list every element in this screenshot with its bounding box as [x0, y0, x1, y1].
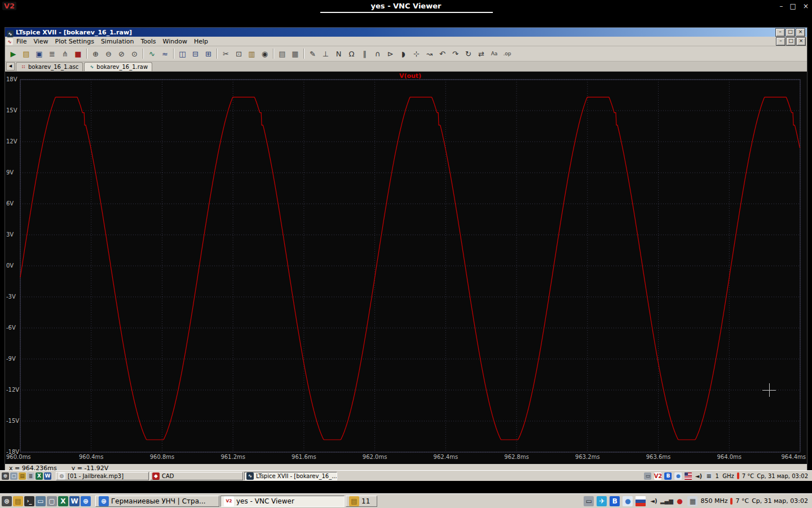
- print-preview-icon[interactable]: ▤: [276, 47, 289, 60]
- keyboard-layout-flag-ru[interactable]: [636, 496, 646, 506]
- control-panel-icon[interactable]: ⋔: [59, 47, 72, 60]
- browser-globe-icon[interactable]: ⊕: [81, 496, 91, 506]
- menu-simulation[interactable]: Simulation: [98, 38, 138, 45]
- host-close-button[interactable]: ×: [803, 2, 809, 10]
- y-tick-label: -12V: [6, 387, 19, 393]
- toolbar-separator: [217, 49, 218, 59]
- excel-icon[interactable]: X: [36, 472, 43, 480]
- net-label-icon[interactable]: N: [332, 47, 345, 60]
- folder-icon[interactable]: ▤: [13, 496, 23, 506]
- open-icon[interactable]: ▤: [20, 47, 33, 60]
- keyboard-layout-flag-us[interactable]: [685, 472, 692, 480]
- inductor-icon[interactable]: ∩: [371, 47, 384, 60]
- menu-help[interactable]: Help: [191, 38, 211, 45]
- task-audio-player[interactable]: ◍[01 - Jailbreak.mp3]: [56, 472, 149, 480]
- tab-bokarev_16_1.asc[interactable]: ∷bokarev_16_1.asc: [16, 62, 83, 71]
- task-folder-11[interactable]: ▤11: [346, 496, 377, 507]
- ltspice-titlebar[interactable]: ∿ LTspice XVII - [bokarev_16_1.raw] –□×: [5, 28, 807, 37]
- resistor-icon[interactable]: Ω: [345, 47, 358, 60]
- mdi-minimize-button[interactable]: –: [776, 37, 785, 46]
- menu-view[interactable]: View: [30, 38, 51, 45]
- zoom-in-icon[interactable]: ⊕: [89, 47, 102, 60]
- diode-icon[interactable]: ⊳: [384, 47, 397, 60]
- show-desktop-icon[interactable]: ▢: [10, 472, 17, 480]
- start-icon[interactable]: ⊛: [2, 472, 9, 480]
- spice-directive-icon[interactable]: .op: [501, 47, 514, 60]
- find-icon[interactable]: ◉: [258, 47, 271, 60]
- undo-icon[interactable]: ↶: [436, 47, 449, 60]
- vnc-tray-icon[interactable]: V2: [654, 472, 661, 480]
- host-maximize-button[interactable]: □: [790, 2, 796, 10]
- menu-window[interactable]: Window: [160, 38, 191, 45]
- rotate-icon[interactable]: ↻: [462, 47, 475, 60]
- tile-vertical-icon[interactable]: ◫: [176, 47, 189, 60]
- capacitor-icon[interactable]: ∥: [358, 47, 371, 60]
- tab-bokarev_16_1.raw[interactable]: ∿bokarev_16_1.raw: [84, 62, 152, 71]
- zoom-out-icon[interactable]: ⊖: [102, 47, 115, 60]
- wire-icon[interactable]: ✎: [306, 47, 319, 60]
- mdi-close-button[interactable]: ×: [796, 37, 806, 46]
- lt-close-button[interactable]: ×: [796, 28, 805, 37]
- cascade-icon[interactable]: ⊞: [202, 47, 215, 60]
- menu-plot-settings[interactable]: Plot Settings: [52, 38, 98, 45]
- fft-icon[interactable]: ≈: [158, 47, 171, 60]
- monitor-icon[interactable]: ▢: [47, 496, 57, 506]
- print-icon[interactable]: ▦: [289, 47, 302, 60]
- copy-icon[interactable]: ⊡: [232, 47, 245, 60]
- remote-desktop[interactable]: ∿ LTspice XVII - [bokarev_16_1.raw] –□× …: [0, 14, 812, 481]
- notify-dot-icon[interactable]: ●: [674, 496, 685, 506]
- drag-icon[interactable]: ↝: [423, 47, 436, 60]
- zoom-previous-icon[interactable]: ⊘: [115, 47, 128, 60]
- netlist-icon[interactable]: ≣: [46, 47, 59, 60]
- water-drop-icon[interactable]: ●: [674, 472, 682, 480]
- zoom-fit-icon[interactable]: ⊙: [128, 47, 141, 60]
- excel-icon[interactable]: X: [58, 496, 68, 506]
- network-icon[interactable]: ▭: [644, 472, 651, 480]
- plot-settings-icon[interactable]: ∿: [145, 47, 158, 60]
- word-icon[interactable]: W: [44, 472, 51, 480]
- volume-icon[interactable]: ◄): [695, 472, 702, 480]
- water-drop-icon[interactable]: ●: [623, 496, 633, 506]
- task-browser[interactable]: ⊕Германиевые УНЧ | Стра...: [95, 496, 219, 507]
- move-icon[interactable]: ⊹: [410, 47, 423, 60]
- task-vnc-viewer[interactable]: V2yes - VNC Viewer: [220, 496, 345, 507]
- mirror-icon[interactable]: ⇄: [475, 47, 488, 60]
- task-cad[interactable]: ◆CAD: [150, 472, 243, 480]
- telegram-icon[interactable]: ✈: [597, 496, 607, 506]
- lt-maximize-button[interactable]: □: [785, 28, 795, 37]
- chip-icon[interactable]: ▦: [705, 472, 712, 480]
- tile-horizontal-icon[interactable]: ⊟: [189, 47, 202, 60]
- paste-icon[interactable]: ▥: [245, 47, 258, 60]
- trace-legend-label: V(out): [399, 72, 421, 80]
- display-icon[interactable]: ▭: [584, 496, 594, 506]
- tab-scroll-left-icon[interactable]: ◀: [6, 62, 15, 71]
- halt-icon[interactable]: ■: [72, 47, 85, 60]
- text-icon[interactable]: Aa: [488, 47, 501, 60]
- terminal-icon[interactable]: ›_: [24, 496, 34, 506]
- plot-canvas[interactable]: 960.0ms960.4ms960.8ms961.2ms961.6ms962.0…: [5, 72, 807, 464]
- menu-file[interactable]: File: [13, 38, 30, 45]
- bluetooth-icon[interactable]: B: [610, 496, 620, 506]
- files-icon[interactable]: ▤: [19, 472, 26, 480]
- component-icon[interactable]: ◗: [397, 47, 410, 60]
- media-player-icon[interactable]: ▭: [36, 496, 46, 506]
- volume-icon[interactable]: ◄): [648, 496, 659, 506]
- cut-icon[interactable]: ✂: [219, 47, 232, 60]
- waveform-plot[interactable]: 960.0ms960.4ms960.8ms961.2ms961.6ms962.0…: [5, 72, 807, 464]
- lt-minimize-button[interactable]: –: [775, 28, 785, 37]
- run-icon[interactable]: ▶: [7, 47, 20, 60]
- chip-icon[interactable]: ▦: [687, 496, 698, 506]
- signal-bars-icon[interactable]: ▂▄▆: [661, 496, 672, 506]
- redo-icon[interactable]: ↷: [449, 47, 462, 60]
- notes-icon[interactable]: ≣: [27, 472, 34, 480]
- save-icon[interactable]: ▣: [33, 47, 46, 60]
- bluetooth-icon[interactable]: B: [664, 472, 672, 480]
- task-ltspice[interactable]: ∿LTspice XVII - [bokarev_16_...: [244, 472, 337, 480]
- start-icon[interactable]: ⊛: [2, 496, 12, 506]
- menu-tools[interactable]: Tools: [137, 38, 159, 45]
- word-icon[interactable]: W: [69, 496, 80, 506]
- ground-icon[interactable]: ⊥: [319, 47, 332, 60]
- host-minimize-button[interactable]: –: [780, 2, 783, 10]
- cpu-frequency: 1 GHz: [715, 473, 734, 479]
- mdi-restore-button[interactable]: □: [786, 37, 796, 46]
